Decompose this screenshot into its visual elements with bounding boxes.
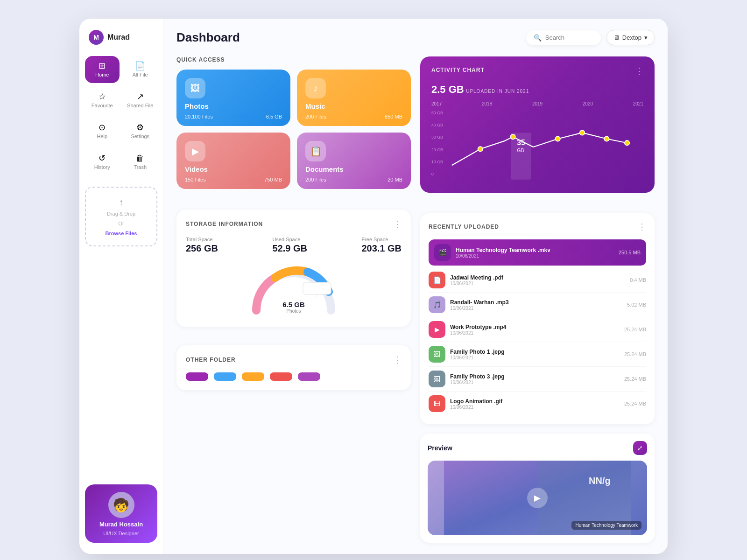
music-files: 200 Files	[305, 114, 326, 119]
sidebar-item-history[interactable]: ↺ History	[85, 148, 120, 175]
year-2020: 2020	[583, 101, 593, 106]
search-bar[interactable]: 🔍	[526, 30, 601, 45]
free-space-value: 203.1 GB	[361, 243, 402, 254]
pdf-icon: 📄	[433, 276, 441, 284]
chevron-down-icon: ▾	[644, 34, 648, 41]
preview-play-button[interactable]: ▶	[527, 488, 548, 508]
sidebar-item-help[interactable]: ⊙ Help	[85, 118, 120, 145]
activity-stat-value: 2.5 GB	[431, 84, 464, 95]
recent-item-date-1: 10/06/2021	[456, 253, 614, 259]
svg-text:40 GB: 40 GB	[431, 123, 443, 127]
year-2017: 2017	[431, 101, 442, 106]
recent-thumb-photo2: 🖼	[429, 371, 445, 387]
recent-item-info: Human Technology Teamwork .mkv 10/06/202…	[456, 247, 614, 259]
activity-stat-sublabel: UPLOADED IN JUN 2021	[466, 89, 529, 94]
preview-section: Preview ⤢	[420, 434, 655, 543]
preview-image: NN/g ▶ Human Technology Teamwork	[428, 461, 647, 535]
recent-item-3[interactable]: 🎵 Randall- Warhan .mp3 10/06/2021 5.02 M…	[429, 293, 646, 317]
qa-card-documents[interactable]: 📋 Documents 200 Files 20 MB	[297, 133, 411, 189]
qa-card-music[interactable]: ♪ Music 200 Files 650 MB	[297, 70, 411, 126]
qa-card-photos[interactable]: 🖼 Photos 20,100 Files 6.5 GB	[176, 70, 290, 126]
recent-item-name-2: Jadwal Meeting .pdf	[450, 274, 625, 281]
svg-point-14	[555, 136, 560, 141]
upload-or-text: Or	[118, 220, 124, 227]
other-folder-title: OTHER FOLDER	[186, 357, 236, 363]
svg-text:0: 0	[431, 172, 434, 176]
favourite-icon: ☆	[99, 92, 106, 101]
recent-thumb-photo1: 🖼	[429, 346, 445, 363]
video-thumb-icon: 🎬	[439, 249, 447, 256]
user-card: 🧒 Murad Hossain UI/UX Designer	[85, 484, 157, 543]
folder-bar-3	[242, 372, 264, 381]
music-size: 650 MB	[385, 114, 402, 119]
svg-point-16	[604, 136, 609, 141]
recent-item-name-7: Logo Animation .gif	[450, 398, 620, 405]
recent-thumb-pdf: 📄	[429, 272, 445, 288]
device-button[interactable]: 🖥 Dextop ▾	[606, 30, 655, 45]
gif-icon: 🎞	[434, 400, 440, 407]
bar-purple	[186, 372, 208, 381]
recent-item-4[interactable]: ▶ Work Prototype .mp4 10/06/2021 25.24 M…	[429, 317, 646, 342]
storage-menu-icon[interactable]: ⋮	[393, 219, 402, 229]
videos-name: Videos	[185, 165, 282, 173]
recent-item-5[interactable]: 🖼 Family Photo 1 .jepg 10/06/2021 25.24 …	[429, 342, 646, 367]
free-space-label: Free Space	[361, 237, 402, 242]
recent-item-active[interactable]: 🎬 Human Technology Teamwork .mkv 10/06/2…	[429, 239, 646, 266]
year-2019: 2019	[532, 101, 543, 106]
photos-icon: 🖼	[185, 78, 205, 98]
storage-section: STORAGE INFORMATION ⋮ Total Space 256 GB…	[176, 210, 411, 327]
preview-expand-button[interactable]: ⤢	[633, 441, 647, 455]
folder-bar-2	[214, 372, 236, 381]
sidebar-item-history-label: History	[94, 164, 110, 170]
search-icon: 🔍	[534, 34, 542, 42]
recent-item-name-6: Family Photo 3 .jepg	[450, 373, 620, 380]
recent-item-date-3: 10/06/2021	[450, 306, 622, 311]
recently-uploaded-menu-icon[interactable]: ⋮	[638, 222, 646, 232]
preview-header: Preview ⤢	[428, 441, 647, 455]
qa-card-videos[interactable]: ▶ Videos 150 Files 750 MB	[176, 133, 290, 189]
other-folder-section: OTHER FOLDER ⋮	[176, 345, 411, 390]
recent-item-size-3: 5.02 MB	[627, 302, 646, 308]
folder-bar-5	[298, 372, 320, 381]
svg-point-15	[580, 130, 585, 135]
sidebar-item-home[interactable]: ⊞ Home	[85, 56, 120, 83]
browse-files-link[interactable]: Browse Files	[106, 231, 137, 236]
upload-dropzone[interactable]: ↑ Drag & Drop Or Browse Files	[85, 187, 157, 246]
recent-item-size-7: 25.24 MB	[624, 401, 646, 406]
device-label: Dextop	[622, 34, 641, 41]
sidebar-item-trash[interactable]: 🗑 Trash	[123, 148, 158, 175]
storage-title: STORAGE INFORMATION	[186, 221, 263, 227]
recent-item-6[interactable]: 🖼 Family Photo 3 .jepg 10/06/2021 25.24 …	[429, 367, 646, 392]
gauge-label: 6.5 GB Photos	[282, 301, 305, 314]
other-folder-menu-icon[interactable]: ⋮	[393, 355, 402, 365]
sidebar-item-settings[interactable]: ⚙ Settings	[123, 118, 158, 145]
svg-text:50 GB: 50 GB	[431, 111, 443, 115]
sidebar-item-all-file[interactable]: 📄 All File	[123, 56, 158, 83]
used-space-stat: Used Space 52.9 GB	[272, 237, 307, 254]
recent-item-2[interactable]: 📄 Jadwal Meeting .pdf 10/06/2021 0.4 MB	[429, 268, 646, 293]
activity-menu-icon[interactable]: ⋮	[635, 66, 643, 76]
recent-item-name-4: Work Prototype .mp4	[450, 324, 620, 330]
left-column: QUICK ACCESS 🖼 Photos 20,100 Files 6.5 G…	[176, 56, 411, 543]
search-input[interactable]	[545, 34, 592, 41]
sidebar: M Murad ⊞ Home 📄 All File ☆ Favourite ↗ …	[79, 19, 163, 554]
quick-access-grid: 🖼 Photos 20,100 Files 6.5 GB ♪ Music 2	[176, 70, 411, 189]
svg-text:10 GB: 10 GB	[431, 160, 443, 164]
folder-bar-1	[186, 372, 208, 381]
videos-icon: ▶	[185, 141, 205, 161]
bar-red	[270, 372, 292, 381]
recent-item-date-2: 10/06/2021	[450, 281, 625, 286]
activity-stat-wrap: 2.5 GB UPLOADED IN JUN 2021	[431, 84, 643, 96]
chart-area: 2017 2018 2019 2020 2021 50 GB 40 GB 30 …	[431, 101, 643, 183]
sidebar-item-shared-label: Shared File	[127, 103, 153, 108]
settings-icon: ⚙	[136, 123, 144, 132]
recent-item-7[interactable]: 🎞 Logo Animation .gif 10/06/2021 25.24 M…	[429, 392, 646, 416]
svg-text:NN/g: NN/g	[589, 476, 611, 486]
mp4-icon: ▶	[435, 326, 440, 333]
app-container: M Murad ⊞ Home 📄 All File ☆ Favourite ↗ …	[79, 19, 668, 554]
svg-text:GB: GB	[517, 148, 524, 153]
sidebar-item-favourite[interactable]: ☆ Favourite	[85, 87, 120, 114]
shared-icon: ↗	[137, 92, 144, 101]
sidebar-item-shared[interactable]: ↗ Shared File	[123, 87, 158, 114]
preview-caption: Human Technology Teamwork	[571, 521, 641, 530]
